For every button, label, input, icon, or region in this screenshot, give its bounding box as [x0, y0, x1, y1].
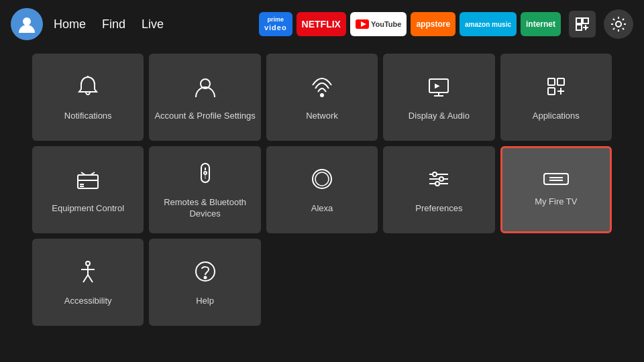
- tile-notifications[interactable]: Notifications: [32, 54, 144, 141]
- svg-point-40: [435, 182, 439, 186]
- tile-equipment-control[interactable]: Equipment Control: [32, 146, 144, 233]
- svg-rect-4: [583, 18, 588, 23]
- tile-help[interactable]: Help: [149, 239, 260, 326]
- tile-accessibility-label: Accessibility: [64, 296, 112, 307]
- tile-alexa-label: Alexa: [311, 203, 333, 215]
- nav-live[interactable]: Live: [142, 17, 164, 32]
- tile-alexa[interactable]: Alexa: [266, 146, 378, 233]
- svg-rect-5: [576, 25, 582, 30]
- svg-line-48: [88, 275, 93, 282]
- app-amazon-music[interactable]: amazon music: [460, 12, 517, 36]
- tile-display-audio[interactable]: ▶ Display & Audio: [383, 54, 494, 141]
- person-icon: [192, 73, 219, 103]
- app-appstore[interactable]: appstore: [411, 12, 455, 36]
- svg-point-38: [433, 172, 437, 176]
- accessibility-icon: [74, 258, 101, 288]
- tile-remotes-label: Remotes & Bluetooth Devices: [154, 197, 255, 220]
- tile-network-label: Network: [306, 111, 338, 122]
- tile-accessibility[interactable]: Accessibility: [32, 239, 144, 326]
- settings-grid: Notifications Account & Profile Settings: [32, 54, 612, 326]
- grid-icon[interactable]: [569, 11, 596, 38]
- app-prime-video[interactable]: primevideo: [259, 12, 292, 36]
- tile-applications[interactable]: Applications: [500, 54, 612, 141]
- tile-equipment-control-label: Equipment Control: [52, 203, 124, 215]
- alexa-icon: [309, 166, 335, 195]
- bell-icon: [74, 73, 101, 103]
- svg-rect-19: [548, 88, 555, 95]
- app-internet[interactable]: internet: [521, 12, 561, 36]
- tile-my-fire-tv[interactable]: My Fire TV: [500, 146, 612, 233]
- svg-rect-28: [201, 164, 209, 182]
- svg-point-9: [616, 21, 621, 27]
- svg-rect-3: [576, 18, 582, 23]
- svg-rect-18: [557, 78, 564, 85]
- nav-home[interactable]: Home: [54, 17, 86, 32]
- app-youtube[interactable]: YouTube: [350, 12, 407, 36]
- svg-line-47: [83, 275, 88, 282]
- sliders-icon: [425, 166, 452, 195]
- tile-account-profile[interactable]: Account & Profile Settings: [149, 54, 260, 141]
- wifi-icon: [309, 73, 335, 103]
- apps-icon: [543, 73, 570, 103]
- tile-network[interactable]: Network: [266, 54, 378, 141]
- tile-help-label: Help: [196, 296, 214, 307]
- svg-rect-41: [544, 174, 568, 184]
- tile-display-audio-label: Display & Audio: [409, 111, 470, 122]
- nav-find[interactable]: Find: [102, 17, 125, 32]
- tile-remotes-bluetooth[interactable]: Remotes & Bluetooth Devices: [149, 146, 260, 233]
- svg-point-39: [439, 177, 443, 181]
- svg-point-50: [204, 276, 206, 278]
- firetv-icon: [543, 172, 570, 188]
- app-netflix[interactable]: NETFLIX: [297, 12, 346, 36]
- nav-apps: primevideo NETFLIX YouTube appstore amaz…: [259, 9, 633, 39]
- tile-preferences[interactable]: Preferences: [383, 146, 494, 233]
- nav-links: Home Find Live: [54, 17, 164, 32]
- navbar: Home Find Live primevideo NETFLIX YouTub…: [0, 0, 644, 48]
- settings-container: Notifications Account & Profile Settings: [0, 48, 644, 331]
- remote-icon: [192, 160, 219, 189]
- svg-point-34: [315, 172, 329, 186]
- display-icon: ▶: [425, 73, 452, 103]
- tile-my-fire-tv-label: My Fire TV: [535, 196, 577, 208]
- settings-gear-icon[interactable]: [604, 9, 633, 39]
- svg-point-30: [204, 172, 207, 174]
- svg-text:▶: ▶: [435, 82, 440, 89]
- avatar[interactable]: [11, 8, 43, 40]
- tile-notifications-label: Notifications: [64, 111, 112, 122]
- svg-point-44: [86, 261, 90, 265]
- svg-point-12: [321, 94, 323, 97]
- tv-icon: [74, 166, 101, 195]
- svg-rect-17: [548, 78, 555, 85]
- svg-point-0: [23, 17, 31, 25]
- tile-preferences-label: Preferences: [415, 203, 462, 215]
- tile-applications-label: Applications: [533, 111, 580, 122]
- help-icon: [192, 258, 219, 288]
- tile-account-label: Account & Profile Settings: [154, 111, 255, 122]
